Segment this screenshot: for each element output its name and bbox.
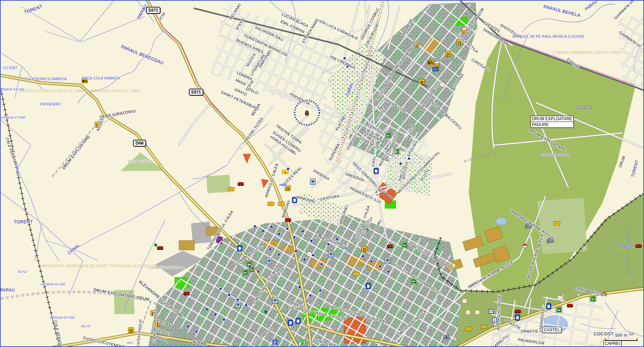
green-area: [206, 175, 230, 193]
green-area: [114, 290, 134, 314]
map-viewport[interactable]: TORENTPARAUDC58P3DPARAUL BEREGSAUCO EMTF…: [0, 0, 644, 347]
map-canvas: [1, 1, 644, 347]
pond: [496, 218, 507, 225]
sports-fields-area: [537, 198, 587, 254]
